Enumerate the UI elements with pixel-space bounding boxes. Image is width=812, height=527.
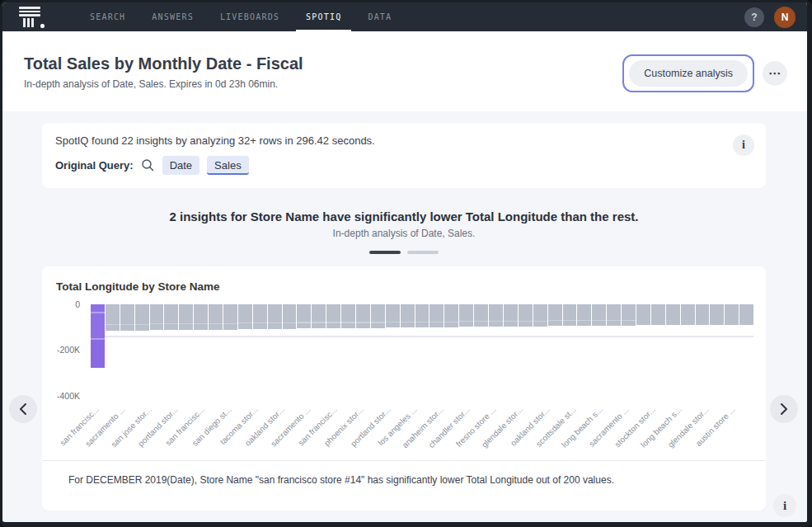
chevron-left-icon [19, 403, 27, 415]
bar[interactable] [725, 304, 739, 325]
tab-data[interactable]: DATA [358, 2, 401, 31]
bar[interactable] [106, 304, 120, 331]
query-chip-sales[interactable]: Sales [207, 156, 249, 175]
insight-pager [42, 251, 766, 254]
bar[interactable] [739, 304, 753, 325]
logo-bars [19, 7, 44, 18]
info-icon[interactable]: i [733, 134, 754, 156]
pager-dash-2[interactable] [407, 251, 439, 254]
bar[interactable] [489, 304, 503, 327]
tab-answers[interactable]: ANSWERS [142, 2, 204, 31]
help-button[interactable]: ? [744, 7, 764, 27]
plot [91, 304, 753, 398]
page-header: Total Sales by Monthly Date - Fiscal In-… [2, 31, 807, 111]
bar[interactable] [533, 304, 547, 327]
bar[interactable] [622, 304, 636, 326]
x-axis-labels: san francisc...sacramento ...san jose st… [91, 398, 753, 457]
original-query-row: Original Query: Date Sales [55, 156, 749, 175]
bar[interactable] [371, 304, 385, 328]
chart-plot-area: 0 -200K -400K [91, 304, 753, 398]
query-chip-date[interactable]: Date [162, 156, 199, 175]
y-tick-200k: -200K [57, 345, 80, 355]
chart-card: Total Longitude by Store Name 0 -200K -4… [42, 266, 766, 511]
more-options-button[interactable]: ⋯ [763, 61, 787, 86]
original-query-label: Original Query: [55, 159, 134, 172]
tab-liveboards[interactable]: LIVEBOARDS [210, 2, 289, 31]
y-tick-400k: -400K [57, 391, 80, 401]
bar[interactable] [607, 304, 621, 326]
bar[interactable] [563, 304, 577, 326]
chevron-right-icon [780, 403, 788, 415]
bar[interactable] [135, 304, 149, 331]
bar[interactable] [666, 304, 680, 325]
insight-headline: 2 insights for Store Name have significa… [42, 209, 766, 224]
bar[interactable] [91, 304, 105, 368]
content-area: SpotIQ found 22 insights by analyzing 32… [2, 111, 807, 511]
bar[interactable] [150, 304, 164, 330]
next-insight-button[interactable] [770, 395, 798, 423]
bars [91, 304, 753, 398]
bar[interactable] [179, 304, 193, 330]
spotiq-summary-text: SpotIQ found 22 insights by analyzing 32… [55, 134, 749, 147]
bar[interactable] [164, 304, 178, 330]
chart-title: Total Longitude by Store Name [56, 280, 766, 293]
bar[interactable] [548, 304, 562, 326]
chart-footnote: For DECEMBER 2019(Date), Store Name "san… [68, 474, 739, 486]
bar[interactable] [194, 304, 208, 330]
customize-highlight-outline: Customize analysis [622, 54, 754, 92]
bar[interactable] [429, 304, 444, 327]
user-avatar[interactable]: N [774, 7, 796, 28]
insight-subtitle: In-depth analysis of Date, Sales. [42, 228, 766, 239]
navbar-right: ? N [744, 2, 796, 31]
spotiq-summary-card: SpotIQ found 22 insights by analyzing 32… [42, 123, 766, 188]
bar[interactable] [312, 304, 326, 328]
app-window: SEARCH ANSWERS LIVEBOARDS SPOTIQ DATA ? … [0, 0, 812, 527]
bar[interactable] [297, 304, 311, 328]
y-tick-0: 0 [75, 299, 80, 309]
bar[interactable] [415, 304, 429, 327]
bar[interactable] [696, 304, 710, 325]
insight-header: 2 insights for Store Name have significa… [42, 209, 766, 254]
logo-stems [23, 18, 44, 27]
bar[interactable] [651, 304, 665, 325]
bar[interactable] [401, 304, 415, 327]
bar[interactable] [519, 304, 533, 327]
bar[interactable] [592, 304, 606, 326]
top-navbar: SEARCH ANSWERS LIVEBOARDS SPOTIQ DATA ? … [2, 2, 807, 31]
pager-dash-1[interactable] [369, 251, 401, 254]
chart-footnote-section: For DECEMBER 2019(Date), Store Name "san… [42, 460, 766, 511]
bar[interactable] [326, 304, 340, 328]
bar[interactable] [474, 304, 488, 327]
bar[interactable] [223, 304, 237, 330]
bar[interactable] [636, 304, 650, 325]
nav-tabs: SEARCH ANSWERS LIVEBOARDS SPOTIQ DATA [80, 2, 401, 31]
bar[interactable] [253, 304, 267, 329]
bar[interactable] [283, 304, 297, 329]
logo-dot [40, 24, 45, 28]
header-actions: Customize analysis ⋯ [622, 54, 787, 92]
bar[interactable] [504, 304, 518, 327]
tab-spotiq[interactable]: SPOTIQ [296, 2, 351, 31]
bar[interactable] [681, 304, 695, 325]
tab-search[interactable]: SEARCH [80, 2, 135, 31]
bar[interactable] [238, 304, 252, 329]
bar[interactable] [386, 304, 400, 327]
bar[interactable] [120, 304, 134, 331]
previous-insight-button[interactable] [9, 395, 37, 423]
bar[interactable] [444, 304, 458, 327]
bar[interactable] [268, 304, 282, 329]
bar[interactable] [577, 304, 591, 326]
search-icon [141, 158, 155, 172]
customize-analysis-button[interactable]: Customize analysis [629, 60, 748, 87]
insight-info-icon[interactable]: i [773, 494, 796, 517]
bar[interactable] [710, 304, 724, 325]
bar[interactable] [209, 304, 223, 330]
thoughtspot-logo-icon[interactable] [19, 2, 44, 31]
bar[interactable] [356, 304, 370, 328]
bar[interactable] [459, 304, 473, 327]
bar[interactable] [341, 304, 355, 328]
